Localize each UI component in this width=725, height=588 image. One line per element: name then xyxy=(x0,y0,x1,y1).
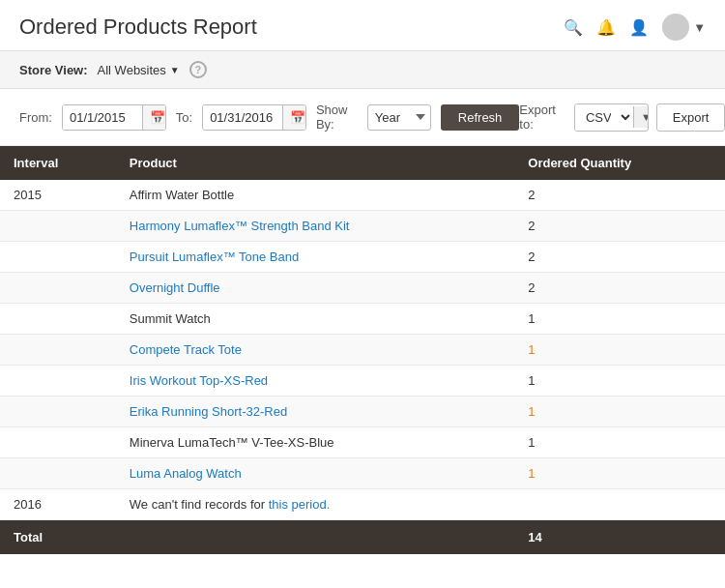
footer-qty: 14 xyxy=(514,520,725,555)
product-link[interactable]: Pursuit Lumaflex™ Tone Band xyxy=(130,250,299,264)
cell-qty[interactable]: 1 xyxy=(514,335,725,366)
cell-interval xyxy=(0,273,116,304)
table-footer: Total 14 xyxy=(0,520,725,555)
cell-product[interactable]: Overnight Duffle xyxy=(116,273,514,304)
user-caret: ▼ xyxy=(693,20,706,35)
to-date-field[interactable]: 📅 xyxy=(202,104,306,131)
table-body: 2015Affirm Water Bottle2Harmony Lumaflex… xyxy=(0,180,725,520)
cell-product: Affirm Water Bottle xyxy=(116,180,514,211)
from-label: From: xyxy=(19,110,52,125)
export-format-select[interactable]: CSV XML xyxy=(575,104,633,131)
cell-interval xyxy=(0,211,116,242)
cell-qty-empty xyxy=(514,489,725,520)
cell-interval xyxy=(0,458,116,489)
table-row: Harmony Lumaflex™ Strength Band Kit2 xyxy=(0,211,725,242)
product-link[interactable]: Erika Running Short-32-Red xyxy=(130,404,287,419)
cell-interval: 2016 xyxy=(0,489,116,520)
cell-qty: 1 xyxy=(514,427,725,458)
filter-right: Export to: CSV XML ▼ Export xyxy=(519,103,725,132)
from-date-input[interactable] xyxy=(63,105,142,130)
help-icon[interactable]: ? xyxy=(189,61,207,78)
no-records-row: 2016We can't find records for this perio… xyxy=(0,489,725,520)
table-header: Interval Product Ordered Quantity xyxy=(0,146,725,180)
qty-value: 1 xyxy=(528,404,535,419)
page-header: Ordered Products Report 🔍 🔔 👤 ▼ xyxy=(0,0,725,51)
filter-left: From: 📅 To: 📅 Show By: Day Month Year Re… xyxy=(19,103,519,132)
show-by-wrap: Show By: Day Month Year xyxy=(316,103,431,132)
cell-product[interactable]: Compete Track Tote xyxy=(116,335,514,366)
cell-qty: 2 xyxy=(514,242,725,273)
cell-interval xyxy=(0,242,116,273)
table-row: Minerva LumaTech™ V-Tee-XS-Blue1 xyxy=(0,427,725,458)
cell-product[interactable]: Iris Workout Top-XS-Red xyxy=(116,366,514,397)
product-link[interactable]: Iris Workout Top-XS-Red xyxy=(130,373,268,388)
store-view-label: Store View: xyxy=(19,63,88,77)
col-interval: Interval xyxy=(0,146,116,180)
no-records-message: We can't find records for this period. xyxy=(116,489,514,520)
footer-empty xyxy=(116,520,514,555)
cell-interval xyxy=(0,335,116,366)
table-row: Pursuit Lumaflex™ Tone Band2 xyxy=(0,242,725,273)
table-row: 2015Affirm Water Bottle2 xyxy=(0,180,725,211)
refresh-button[interactable]: Refresh xyxy=(441,104,520,131)
cell-qty: 1 xyxy=(514,366,725,397)
cell-product[interactable]: Harmony Lumaflex™ Strength Band Kit xyxy=(116,211,514,242)
no-records-link[interactable]: this period. xyxy=(269,497,331,512)
cell-interval xyxy=(0,397,116,427)
product-link[interactable]: Luma Analog Watch xyxy=(130,466,242,481)
cell-qty[interactable]: 1 xyxy=(514,397,725,427)
table-row: Iris Workout Top-XS-Red1 xyxy=(0,366,725,397)
cell-product: Summit Watch xyxy=(116,304,514,335)
cell-interval xyxy=(0,427,116,458)
store-view-value: All Websites xyxy=(98,63,166,77)
cell-qty: 2 xyxy=(514,180,725,211)
from-calendar-icon[interactable]: 📅 xyxy=(142,105,166,130)
cell-product[interactable]: Pursuit Lumaflex™ Tone Band xyxy=(116,242,514,273)
filter-bar: From: 📅 To: 📅 Show By: Day Month Year Re… xyxy=(0,89,725,146)
col-product: Product xyxy=(116,146,514,180)
cell-product: Minerva LumaTech™ V-Tee-XS-Blue xyxy=(116,427,514,458)
table-row: Luma Analog Watch1 xyxy=(0,458,725,489)
show-by-label: Show By: xyxy=(316,103,362,132)
from-date-field[interactable]: 📅 xyxy=(62,104,166,131)
user-menu[interactable]: ▼ xyxy=(662,14,706,41)
to-calendar-icon[interactable]: 📅 xyxy=(282,105,306,130)
avatar xyxy=(662,14,689,41)
cell-interval xyxy=(0,304,116,335)
to-label: To: xyxy=(176,110,192,125)
search-icon[interactable]: 🔍 xyxy=(564,18,583,37)
cell-product[interactable]: Luma Analog Watch xyxy=(116,458,514,489)
cell-interval xyxy=(0,366,116,397)
col-qty: Ordered Quantity xyxy=(514,146,725,180)
export-button[interactable]: Export xyxy=(656,103,725,132)
show-by-select[interactable]: Day Month Year xyxy=(367,104,431,131)
page-title: Ordered Products Report xyxy=(19,15,257,40)
report-table: Interval Product Ordered Quantity 2015Af… xyxy=(0,146,725,554)
to-date-input[interactable] xyxy=(203,105,282,130)
cell-product[interactable]: Erika Running Short-32-Red xyxy=(116,397,514,427)
qty-value: 1 xyxy=(528,466,535,481)
product-link[interactable]: Overnight Duffle xyxy=(130,280,220,295)
store-view-select[interactable]: All Websites ▼ xyxy=(98,63,180,77)
store-view-caret: ▼ xyxy=(170,65,180,75)
cell-qty: 2 xyxy=(514,211,725,242)
table-row: Summit Watch1 xyxy=(0,304,725,335)
user-icon[interactable]: 👤 xyxy=(629,18,649,37)
footer-label: Total xyxy=(0,520,116,555)
cell-qty[interactable]: 1 xyxy=(514,458,725,489)
store-bar: Store View: All Websites ▼ ? xyxy=(0,51,725,89)
cell-qty: 2 xyxy=(514,273,725,304)
table-row: Overnight Duffle2 xyxy=(0,273,725,304)
header-icons: 🔍 🔔 👤 ▼ xyxy=(564,14,706,41)
qty-value: 1 xyxy=(528,342,535,357)
table-row: Erika Running Short-32-Red1 xyxy=(0,397,725,427)
table-row: Compete Track Tote1 xyxy=(0,335,725,366)
export-label: Export to: xyxy=(519,103,566,132)
cell-qty: 1 xyxy=(514,304,725,335)
product-link[interactable]: Harmony Lumaflex™ Strength Band Kit xyxy=(130,219,350,233)
bell-icon[interactable]: 🔔 xyxy=(596,18,616,37)
product-link[interactable]: Compete Track Tote xyxy=(130,342,242,357)
cell-interval: 2015 xyxy=(0,180,116,211)
export-select-caret[interactable]: ▼ xyxy=(633,106,649,128)
export-format-wrap[interactable]: CSV XML ▼ xyxy=(574,103,649,132)
